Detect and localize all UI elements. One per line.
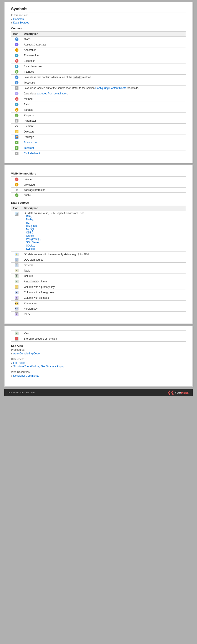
sqlite-link[interactable]: SQLite, — [26, 244, 35, 247]
table-row: A Java class excluded from compilation. — [11, 91, 186, 96]
icon-cell: @ — [11, 48, 22, 53]
list-item: DB2, — [26, 215, 184, 218]
table-row: @ Annotation — [11, 48, 186, 53]
private-icon: p — [15, 178, 18, 181]
test-root-link[interactable]: Test root — [24, 146, 34, 150]
h2-link[interactable]: H2, — [26, 221, 30, 224]
icon-cell: p — [11, 113, 22, 118]
table-row: X Exception — [11, 58, 186, 64]
data-sources-heading: Data sources — [11, 201, 186, 204]
table-row: p private — [11, 177, 186, 182]
schema-icon: S — [15, 264, 18, 267]
icon-cell: T — [11, 80, 22, 86]
table-row: M Java class that contains declaration o… — [11, 75, 186, 80]
desc-cell: Element — [22, 124, 186, 129]
procedures-list: ■ Auto-Completing Code — [11, 352, 186, 355]
icon-cell: X — [11, 58, 22, 64]
icon-cell: A — [11, 91, 22, 96]
card-datasources: Visibility modifiers p private p protect… — [4, 165, 193, 324]
interface-icon: I — [15, 70, 18, 74]
table-row: 📦 Package — [11, 134, 186, 140]
test-root-icon: T — [15, 146, 18, 150]
toc-bullet: ■ — [11, 375, 12, 377]
final-icon: F — [15, 64, 18, 68]
derby-link[interactable]: Derby, — [26, 218, 33, 221]
icon-cell: C — [11, 274, 22, 279]
ddl-icon: D — [15, 258, 18, 262]
see-also-heading: See Also — [11, 344, 186, 348]
toc-link-common[interactable]: Common — [13, 18, 24, 21]
fk-col-icon: F — [15, 291, 18, 294]
extra-table: V View P Stored procedure or function — [11, 330, 186, 342]
configuring-content-roots-link[interactable]: Configuring Content Roots — [95, 86, 126, 90]
hsqldb-link[interactable]: HSQLDB, — [26, 224, 37, 228]
element-icon: <> — [15, 124, 18, 128]
desc-cell: DB data source with the read-only status… — [22, 252, 186, 257]
toc-link-datasources[interactable]: Data Sources — [13, 21, 29, 24]
icon-cell: FK — [11, 306, 22, 312]
table-row: IX Index — [11, 312, 186, 317]
sybase-link[interactable]: Sybase, — [26, 247, 35, 250]
table-row: T Table — [11, 268, 186, 274]
desc-cell: Java class that contains declaration of … — [22, 75, 186, 80]
sqlserver-link[interactable]: SQL Server, — [26, 241, 40, 244]
desc-cell: Abstract Java class — [22, 42, 186, 48]
file-types-link[interactable]: File Types — [13, 362, 25, 364]
class-icon: C — [15, 38, 18, 41]
table-row: E Enumeration — [11, 53, 186, 58]
icon-cell: F — [11, 290, 22, 295]
desc-cell: Class — [22, 36, 186, 42]
excluded-root-link[interactable]: Excluded root — [24, 152, 40, 155]
icon-cell: p — [11, 192, 22, 198]
table-row: T Test case — [11, 80, 186, 86]
list-item: Derby, — [26, 218, 184, 221]
directory-icon: 📁 — [15, 130, 18, 133]
view-icon: V — [15, 332, 18, 335]
public-icon: p — [15, 194, 18, 197]
list-item: SQLite, — [26, 244, 184, 247]
test-icon: T — [15, 81, 18, 84]
desc-cell: Property — [22, 113, 186, 118]
mysql-link[interactable]: MySQL, — [26, 228, 35, 231]
postgresql-link[interactable]: PostgreSQL, — [26, 238, 41, 241]
footer-url: http://www.YouMeek.com — [8, 391, 34, 394]
icon-cell: 📦 — [11, 134, 22, 140]
icon-cell: 🔒 — [11, 252, 22, 257]
idx-col-icon: I — [15, 296, 18, 300]
property-icon: p — [15, 114, 18, 117]
desc-cell: Column with a foreign key — [22, 290, 186, 295]
desc-cell: A NOT NULL column — [22, 279, 186, 284]
list-item: HSQLDB, — [26, 224, 184, 228]
toc-bullet: ■ — [11, 352, 12, 355]
list-item: ■ Structure Tool Window, File Structure … — [11, 365, 186, 368]
icon-cell: D — [11, 257, 22, 262]
table-row: PK Primary key — [11, 301, 186, 306]
reference-list: ■ File Types ■ Structure Tool Window, Fi… — [11, 362, 186, 368]
desc-cell: Interface — [22, 69, 186, 75]
desc-cell: Foreign key — [22, 306, 186, 312]
logo-arrow-icon: ❮❮ — [168, 390, 174, 395]
fk-icon: FK — [15, 307, 18, 310]
oracle-link[interactable]: Oracle, — [26, 234, 34, 237]
reference-label: Reference: — [11, 358, 186, 361]
db2-link[interactable]: DB2, — [26, 215, 32, 218]
web-list: ■ Developer Community, — [11, 374, 186, 377]
source-root-link[interactable]: Source root — [24, 141, 37, 144]
logo-you: YOUMEEK — [175, 391, 189, 394]
icon-cell: T — [11, 145, 22, 151]
icon-cell: S — [11, 262, 22, 268]
toc-item-common: ■ Common — [11, 18, 186, 21]
developer-community-link[interactable]: Developer Community, — [13, 374, 39, 377]
desc-cell: Annotation — [22, 48, 186, 53]
auto-completing-link[interactable]: Auto-Completing Code — [13, 352, 39, 355]
col-description: Description — [22, 206, 186, 211]
odbc-link[interactable]: ODBC, — [26, 231, 34, 234]
desc-cell: Source root — [22, 140, 186, 145]
table-row: p protected — [11, 182, 186, 188]
excluded-compilation-link[interactable]: excluded from compilation — [37, 92, 67, 95]
icon-cell: I — [11, 295, 22, 301]
desc-cell: Column with a primary key — [22, 284, 186, 290]
structure-tool-link[interactable]: Structure Tool Window, File Structure Po… — [13, 365, 64, 368]
visibility-table: p private p protected package protected — [11, 176, 186, 198]
table-row: I Interface — [11, 69, 186, 75]
